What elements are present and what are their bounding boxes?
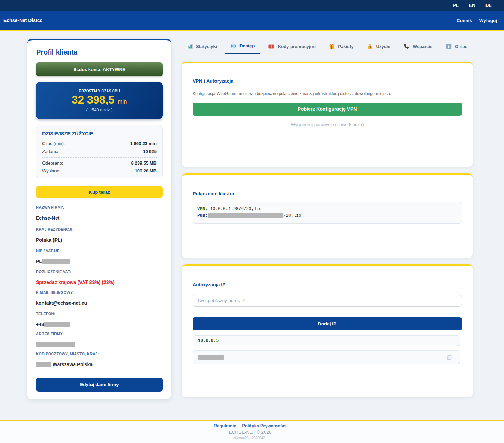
svg-text:$: $ — [369, 45, 371, 49]
